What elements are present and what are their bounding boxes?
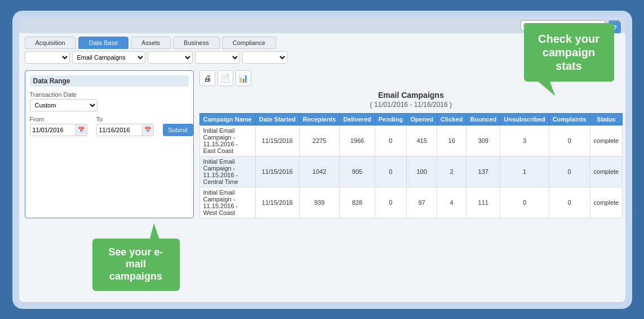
from-date-input[interactable] <box>30 127 75 133</box>
sub-select-5[interactable] <box>242 51 287 64</box>
cell-date_started: 11/15/2016 <box>255 187 299 218</box>
cell-campaign_name: Initial Email Campaign - 11.15.2016 - Ea… <box>199 125 255 156</box>
col-delivered: Delivered <box>340 113 375 125</box>
cell-date_started: 11/15/2016 <box>255 125 299 156</box>
to-date-input[interactable] <box>97 127 142 133</box>
cell-delivered: 1966 <box>340 125 375 156</box>
pdf-button[interactable]: 📄 <box>217 70 233 86</box>
col-status: Status <box>590 113 623 125</box>
callout-see-campaigns: See your e-mail campaigns <box>92 239 180 291</box>
cell-pending: 0 <box>375 125 406 156</box>
cell-recepients: 2275 <box>299 125 340 156</box>
col-recepients: Recepients <box>299 113 340 125</box>
cell-complaints: 0 <box>549 125 590 156</box>
cell-bounced: 111 <box>467 187 500 218</box>
sub-select-1[interactable] <box>25 51 70 64</box>
col-date-started: Date Started <box>255 113 299 125</box>
col-opened: Opened <box>407 113 437 125</box>
cell-delivered: 828 <box>340 187 375 218</box>
tab-assets[interactable]: Assets <box>131 37 171 49</box>
report-title: Email Campaigns <box>199 91 623 100</box>
sub-select-4[interactable] <box>195 51 240 64</box>
submit-button[interactable]: Submit <box>163 124 193 136</box>
campaigns-table: Campaign Name Date Started Recepients De… <box>199 113 623 218</box>
cell-opened: 97 <box>407 187 437 218</box>
content-area: Data Range Transaction Date Custom From … <box>19 66 625 223</box>
cell-clicked: 4 <box>437 187 467 218</box>
cell-clicked: 16 <box>437 125 467 156</box>
cell-campaign_name: Initial Email Campaign - 11.15.2016 - We… <box>199 187 255 218</box>
table-row: Initial Email Campaign - 11.15.2016 - Ea… <box>199 125 623 156</box>
main-table-area: 🖨 📄 📊 Email Campaigns ( 11/01/2016 - 11/… <box>199 70 623 218</box>
tab-database[interactable]: Data Base <box>78 37 128 49</box>
cell-status: complete <box>590 156 623 187</box>
cell-unsubscribed: 3 <box>500 125 549 156</box>
inner-frame: 🔍 ? Acquisition Data Base Assets Busines… <box>19 17 625 302</box>
col-unsubscribed: Unsubscribed <box>500 113 549 125</box>
outer-frame: 🔍 ? Acquisition Data Base Assets Busines… <box>12 11 632 309</box>
from-input-wrap: 📅 <box>30 124 87 136</box>
cell-complaints: 0 <box>549 156 590 187</box>
cell-delivered: 905 <box>340 156 375 187</box>
cell-pending: 0 <box>375 187 406 218</box>
cell-opened: 100 <box>407 156 437 187</box>
table-row: Initial Email Campaign - 11.15.2016 - We… <box>199 187 623 218</box>
date-row: From 📅 To 📅 Submit <box>30 116 189 136</box>
cell-bounced: 137 <box>467 156 500 187</box>
to-calendar-button[interactable]: 📅 <box>142 124 153 136</box>
tab-acquisition[interactable]: Acquisition <box>25 37 76 49</box>
excel-button[interactable]: 📊 <box>236 70 251 86</box>
cell-campaign_name: Initial Email Campaign - 11.15.2016 - Ce… <box>199 156 255 187</box>
transaction-date-label: Transaction Date <box>30 91 189 98</box>
from-label: From <box>30 116 87 123</box>
from-calendar-button[interactable]: 📅 <box>75 124 87 136</box>
data-range-title: Data Range <box>30 75 189 87</box>
cell-bounced: 309 <box>467 125 500 156</box>
col-complaints: Complaints <box>549 113 590 125</box>
cell-unsubscribed: 0 <box>500 187 549 218</box>
report-subtitle: ( 11/01/2016 - 11/16/2016 ) <box>199 101 623 109</box>
cell-status: complete <box>590 187 623 218</box>
cell-clicked: 2 <box>437 156 467 187</box>
to-input-wrap: 📅 <box>96 124 154 136</box>
tab-compliance[interactable]: Compliance <box>222 37 276 49</box>
to-label: To <box>96 116 154 123</box>
cell-pending: 0 <box>375 156 406 187</box>
from-group: From 📅 <box>30 116 87 136</box>
cell-recepients: 1042 <box>299 156 340 187</box>
cell-date_started: 11/15/2016 <box>255 156 299 187</box>
cell-complaints: 0 <box>549 187 590 218</box>
transaction-date-select[interactable]: Custom <box>30 99 97 111</box>
cell-recepients: 939 <box>299 187 340 218</box>
sub-select-email-campaigns[interactable]: Email Campaigns <box>72 51 145 64</box>
col-clicked: Clicked <box>437 113 467 125</box>
col-campaign-name: Campaign Name <box>199 113 255 125</box>
col-bounced: Bounced <box>467 113 500 125</box>
col-pending: Pending <box>375 113 406 125</box>
data-range-box: Data Range Transaction Date Custom From … <box>25 70 194 218</box>
callout-check-stats: Check your campaign stats <box>524 23 614 82</box>
cell-status: complete <box>590 125 623 156</box>
table-row: Initial Email Campaign - 11.15.2016 - Ce… <box>199 156 623 187</box>
sub-select-3[interactable] <box>148 51 193 64</box>
to-group: To 📅 <box>96 116 154 136</box>
tab-business[interactable]: Business <box>173 37 220 49</box>
cell-unsubscribed: 1 <box>500 156 549 187</box>
cell-opened: 415 <box>407 125 437 156</box>
print-button[interactable]: 🖨 <box>199 70 215 86</box>
table-header-row: Campaign Name Date Started Recepients De… <box>199 113 623 125</box>
